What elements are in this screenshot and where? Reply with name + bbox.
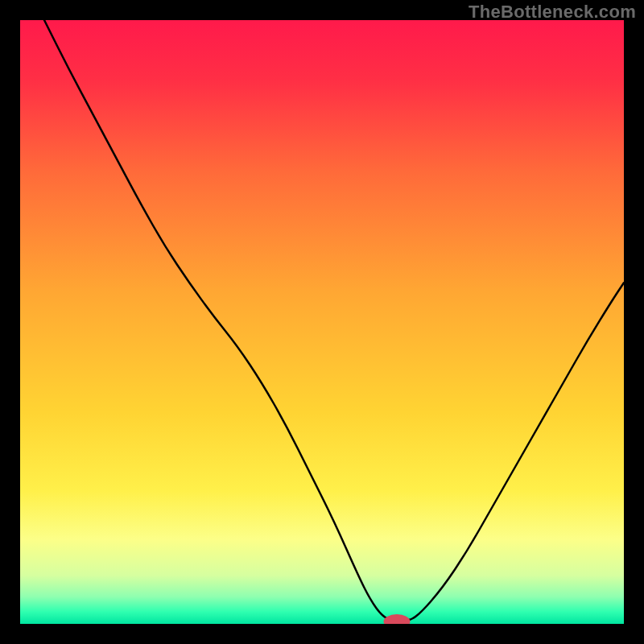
watermark-text: TheBottleneck.com xyxy=(469,2,636,23)
chart-frame: TheBottleneck.com xyxy=(0,0,644,644)
chart-svg xyxy=(20,20,624,624)
gradient-background xyxy=(20,20,624,624)
plot-area xyxy=(20,20,624,624)
